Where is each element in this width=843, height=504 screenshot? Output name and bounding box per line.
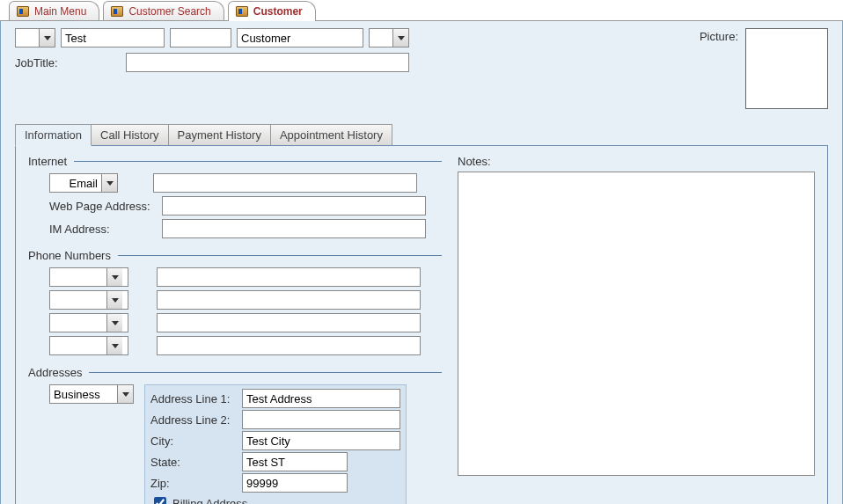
phone-type-combo[interactable] xyxy=(49,336,128,355)
phone-type-input[interactable] xyxy=(50,291,106,309)
notes-label: Notes: xyxy=(458,155,815,168)
phone-type-input[interactable] xyxy=(50,268,106,286)
window-tab-label: Customer Search xyxy=(128,5,210,18)
tab-information[interactable]: Information xyxy=(15,124,92,146)
divider xyxy=(74,161,442,162)
dropdown-button[interactable] xyxy=(106,291,122,309)
window-tab-bar: Main Menu Customer Search Customer xyxy=(0,0,843,21)
internet-group: Internet Web Page Address: xyxy=(28,155,442,238)
tab-label: Information xyxy=(25,128,82,142)
dropdown-button[interactable] xyxy=(106,314,122,332)
picture-label: Picture: xyxy=(700,28,738,109)
addr-city-input[interactable] xyxy=(242,431,400,450)
prefix-combo[interactable] xyxy=(15,28,55,47)
tab-label: Payment History xyxy=(178,128,261,142)
window-tab-main-menu[interactable]: Main Menu xyxy=(9,1,99,20)
divider xyxy=(118,255,442,256)
chevron-down-icon xyxy=(112,298,119,303)
addr-city-label: City: xyxy=(150,435,238,448)
phone-row xyxy=(49,336,442,355)
phone-type-input[interactable] xyxy=(50,337,106,354)
addr-zip-input[interactable] xyxy=(242,473,348,493)
chevron-down-icon xyxy=(44,36,51,40)
address-type-input[interactable] xyxy=(50,385,117,403)
phone-number-input[interactable] xyxy=(157,267,421,287)
group-label: Phone Numbers xyxy=(28,249,111,262)
tab-label: Call History xyxy=(100,128,158,142)
im-label: IM Address: xyxy=(49,223,157,236)
chevron-down-icon xyxy=(112,275,119,280)
chevron-down-icon xyxy=(112,344,119,348)
suffix-combo[interactable] xyxy=(369,28,409,47)
phone-type-input[interactable] xyxy=(50,314,106,332)
dropdown-button[interactable] xyxy=(106,337,122,354)
tab-call-history[interactable]: Call History xyxy=(92,124,168,146)
prefix-input[interactable] xyxy=(16,29,39,47)
addr-line2-input[interactable] xyxy=(242,410,400,429)
picture-box[interactable] xyxy=(745,28,828,109)
window-tab-customer-search[interactable]: Customer Search xyxy=(103,1,224,20)
phone-group: Phone Numbers xyxy=(28,249,442,355)
addr-zip-label: Zip: xyxy=(150,477,238,490)
chevron-down-icon xyxy=(106,181,114,186)
tab-label: Appointment History xyxy=(280,128,383,142)
phone-number-input[interactable] xyxy=(157,313,421,332)
im-input[interactable] xyxy=(162,219,426,238)
tab-payment-history[interactable]: Payment History xyxy=(169,124,271,146)
email-type-input[interactable] xyxy=(50,174,101,192)
tab-page-information: Internet Web Page Address: xyxy=(15,145,828,504)
addr-state-label: State: xyxy=(150,456,238,469)
phone-row xyxy=(49,290,442,310)
jobtitle-label: JobTitle: xyxy=(15,56,119,69)
inner-tab-strip: Information Call History Payment History… xyxy=(15,123,828,145)
addr-line1-input[interactable] xyxy=(242,389,400,408)
phone-row xyxy=(49,313,442,332)
dropdown-button[interactable] xyxy=(117,385,133,403)
billing-address-checkbox[interactable] xyxy=(154,497,166,504)
chevron-down-icon xyxy=(122,392,129,397)
phone-type-combo[interactable] xyxy=(49,313,128,332)
last-name-input[interactable] xyxy=(237,28,363,47)
jobtitle-input[interactable] xyxy=(126,53,409,72)
dropdown-button[interactable] xyxy=(106,268,122,286)
customer-form-panel: JobTitle: Picture: Information Call Hist… xyxy=(0,21,843,504)
form-icon xyxy=(111,6,123,17)
addr-line2-label: Address Line 2: xyxy=(150,413,238,427)
dropdown-button[interactable] xyxy=(392,29,408,47)
window-tab-customer[interactable]: Customer xyxy=(228,1,316,20)
form-icon xyxy=(236,6,248,17)
suffix-input[interactable] xyxy=(370,29,392,47)
phone-number-input[interactable] xyxy=(157,336,421,355)
first-name-input[interactable] xyxy=(61,28,165,47)
group-label: Internet xyxy=(28,155,67,168)
window-tab-label: Customer xyxy=(253,5,303,18)
web-input[interactable] xyxy=(162,196,426,215)
divider xyxy=(89,372,442,373)
address-type-combo[interactable] xyxy=(49,384,134,404)
address-detail-box: Address Line 1: Address Line 2: City: xyxy=(144,384,407,504)
dropdown-button[interactable] xyxy=(39,29,55,47)
addr-state-input[interactable] xyxy=(242,452,348,471)
phone-type-combo[interactable] xyxy=(49,267,128,287)
billing-address-label: Billing Address xyxy=(172,497,247,505)
phone-number-input[interactable] xyxy=(157,290,421,310)
notes-textarea[interactable] xyxy=(458,172,815,476)
web-label: Web Page Address: xyxy=(49,200,157,213)
form-icon xyxy=(17,6,29,17)
address-group: Addresses Address Line 1: xyxy=(28,366,442,504)
phone-row xyxy=(49,267,442,287)
dropdown-button[interactable] xyxy=(101,174,117,192)
tab-appointment-history[interactable]: Appointment History xyxy=(271,124,392,146)
email-input[interactable] xyxy=(153,173,417,193)
chevron-down-icon xyxy=(398,36,405,40)
chevron-down-icon xyxy=(112,321,119,325)
email-type-combo[interactable] xyxy=(49,173,118,193)
window-tab-label: Main Menu xyxy=(34,5,86,18)
middle-name-input[interactable] xyxy=(170,28,231,47)
phone-type-combo[interactable] xyxy=(49,290,128,310)
group-label: Addresses xyxy=(28,366,82,379)
addr-line1-label: Address Line 1: xyxy=(150,392,238,405)
